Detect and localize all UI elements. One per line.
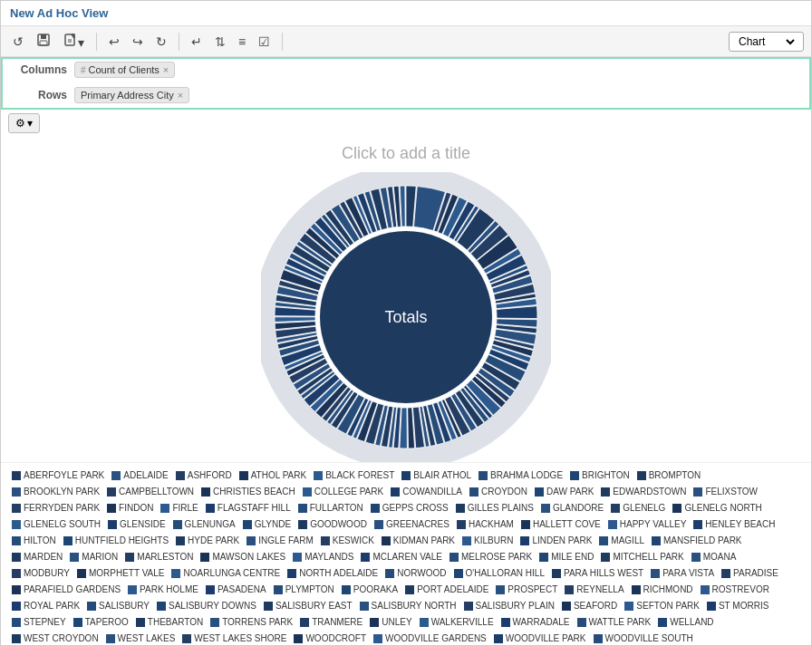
- legend-label: MARDEN: [24, 550, 63, 564]
- legend-item: TAPEROO: [73, 615, 129, 630]
- columns-label: Columns: [8, 63, 67, 76]
- legend-item: BRIGHTON: [570, 468, 630, 483]
- save-button[interactable]: [32, 30, 55, 53]
- legend-label: HENLEY BEACH: [705, 517, 775, 532]
- redo-button[interactable]: ↪: [128, 32, 148, 52]
- legend-color-swatch: [107, 504, 116, 513]
- legend-color-swatch: [298, 504, 307, 513]
- legend-item: SALISBURY NORTH: [360, 599, 457, 613]
- legend-label: UNLEY: [382, 615, 411, 630]
- count-of-clients-chip[interactable]: # Count of Clients ×: [74, 62, 175, 78]
- legend-item: HILTON: [12, 534, 56, 548]
- legend-label: DAW PARK: [546, 485, 594, 499]
- history-button[interactable]: ↻: [151, 32, 171, 52]
- legend-label: MAYLANDS: [304, 550, 353, 564]
- legend-item: TORRENS PARK: [210, 615, 293, 630]
- legend-item: ABERFOYLE PARK: [12, 468, 104, 483]
- legend-label: HUNTFIELD HEIGHTS: [75, 534, 169, 548]
- separator-3: [282, 33, 283, 51]
- legend-label: KIDMAN PARK: [393, 534, 455, 548]
- legend-item: FLAGSTAFF HILL: [206, 501, 291, 516]
- legend-item: MODBURY: [12, 566, 70, 581]
- legend-color-swatch: [160, 504, 169, 513]
- legend-color-swatch: [303, 487, 312, 497]
- legend-item: WOODVILLE GARDENS: [373, 632, 487, 645]
- chart-center-label: Totals: [384, 308, 427, 326]
- field-rows: Columns # Count of Clients × Rows Primar…: [1, 57, 811, 110]
- undo-button[interactable]: ↩: [104, 32, 124, 52]
- legend-item: PASADENA: [206, 583, 266, 597]
- legend-label: FERRYDEN PARK: [24, 501, 100, 516]
- chart-title[interactable]: Click to add a title: [342, 144, 470, 163]
- legend-color-swatch: [12, 602, 21, 611]
- donut-chart[interactable]: Totals: [261, 172, 551, 462]
- legend-label: ABERFOYLE PARK: [24, 468, 104, 483]
- legend-label: ADELAIDE: [123, 468, 168, 483]
- legend-item: FINDON: [107, 501, 153, 516]
- legend-label: BLAIR ATHOL: [413, 468, 471, 483]
- legend-color-swatch: [454, 569, 463, 578]
- legend-color-swatch: [171, 569, 180, 578]
- options-button[interactable]: ⚙ ▾: [8, 113, 40, 133]
- legend-color-swatch: [370, 618, 379, 627]
- legend-label: TAPEROO: [85, 615, 129, 630]
- legend-color-swatch: [12, 553, 21, 562]
- legend-label: PROSPECT: [508, 583, 557, 597]
- donut-svg: Totals: [261, 172, 551, 462]
- legend-label: MARION: [82, 550, 118, 564]
- legend-color-swatch: [73, 618, 82, 627]
- legend-label: PORT ADELAIDE: [417, 583, 488, 597]
- primary-address-chip[interactable]: Primary Address City ×: [74, 87, 189, 103]
- legend-label: NORWOOD: [397, 566, 446, 581]
- refresh-button[interactable]: ↺: [8, 32, 28, 52]
- legend-label: CHRISTIES BEACH: [213, 485, 295, 499]
- legend-color-swatch: [293, 553, 302, 562]
- legend-label: MITCHELL PARK: [613, 550, 683, 564]
- legend-color-swatch: [565, 585, 574, 594]
- separator-1: [96, 33, 97, 51]
- legend-color-swatch: [382, 536, 391, 545]
- legend-label: PLYMPTON: [285, 583, 334, 597]
- legend-color-swatch: [246, 536, 256, 545]
- legend-color-swatch: [456, 504, 465, 513]
- legend-label: MODBURY: [24, 566, 70, 581]
- legend-color-swatch: [541, 504, 550, 513]
- numeric-icon: #: [81, 65, 86, 75]
- export-button[interactable]: ▾: [59, 30, 89, 53]
- check-button[interactable]: ☑: [254, 32, 275, 52]
- legend-color-swatch: [672, 504, 682, 513]
- legend-label: CROYDON: [481, 485, 527, 499]
- sort-button[interactable]: ⇅: [210, 32, 230, 52]
- legend-label: COWANDILLA: [402, 485, 462, 499]
- chart-type-dropdown[interactable]: Chart Table Crosstab: [729, 32, 804, 52]
- legend-color-swatch: [12, 504, 21, 513]
- legend-item: ATHOL PARK: [239, 468, 307, 483]
- legend-item: UNLEY: [370, 615, 411, 630]
- legend-label: MAGILL: [611, 534, 644, 548]
- legend-label: SALISBURY EAST: [276, 599, 353, 613]
- legend-item: RICHMOND: [632, 583, 693, 597]
- legend-label: GLENELG SOUTH: [24, 517, 101, 532]
- legend-item: STEPNEY: [12, 615, 66, 630]
- address-chip-close[interactable]: ×: [178, 90, 183, 101]
- chart-type-select[interactable]: Chart Table Crosstab: [735, 34, 798, 49]
- legend-label: SALISBURY NORTH: [372, 599, 457, 613]
- legend-color-swatch: [496, 585, 505, 594]
- legend-label: BROOKLYN PARK: [24, 485, 100, 499]
- legend-label: WEST CROYDON: [24, 632, 99, 645]
- filter-button[interactable]: ≡: [234, 32, 250, 52]
- legend-color-swatch: [87, 602, 96, 611]
- count-chip-close[interactable]: ×: [163, 64, 169, 75]
- return-button[interactable]: ↵: [187, 32, 207, 52]
- rows-row: Rows Primary Address City ×: [1, 82, 811, 108]
- legend-label: PARA VISTA: [662, 566, 714, 581]
- legend-label: KILBURN: [474, 534, 513, 548]
- legend-color-swatch: [298, 520, 307, 529]
- legend-color-swatch: [577, 618, 586, 627]
- legend-item: KIDMAN PARK: [382, 534, 455, 548]
- legend-color-swatch: [707, 602, 716, 611]
- legend-label: BRIGHTON: [582, 468, 630, 483]
- legend-item: GREENACRES: [374, 517, 450, 532]
- gear-icon: ⚙: [15, 117, 25, 130]
- legend-item: DAW PARK: [535, 485, 594, 499]
